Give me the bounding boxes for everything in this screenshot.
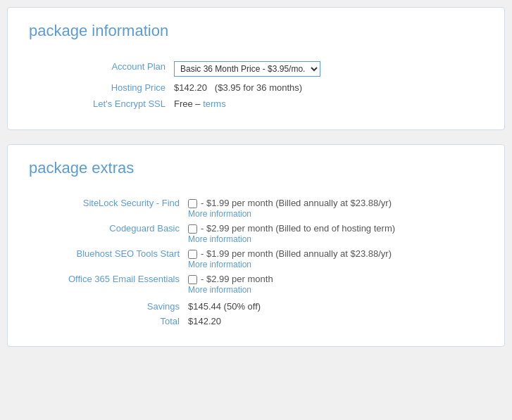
codeguard-label: Codeguard Basic: [29, 221, 184, 246]
ssl-row: Let's Encrypt SSL Free – terms: [29, 96, 483, 112]
account-plan-row: Account Plan Basic 36 Month Price - $3.9…: [29, 58, 483, 79]
sitelock-label: SiteLock Security - Find: [29, 196, 184, 221]
seo-tools-row: Bluehost SEO Tools Start - $1.99 per mon…: [29, 246, 483, 272]
ssl-free-word: Free: [174, 98, 193, 109]
savings-row: Savings $145.44 (50% off): [29, 297, 483, 314]
total-value: $142.20: [184, 314, 483, 329]
office365-checkbox[interactable]: [188, 275, 197, 284]
codeguard-checkbox[interactable]: [188, 224, 197, 234]
office365-value: - $2.99 per month More information: [184, 272, 483, 297]
seo-tools-checkbox[interactable]: [188, 250, 197, 259]
package-extras-card: package extras SiteLock Security - Find …: [7, 144, 505, 347]
seo-tools-more-info[interactable]: More information: [188, 260, 479, 269]
hosting-price-row: Hosting Price $142.20 ($3.95 for 36 mont…: [29, 79, 483, 96]
codeguard-checkbox-row: - $2.99 per month (Billed to end of host…: [188, 223, 479, 234]
seo-tools-value: - $1.99 per month (Billed annually at $2…: [184, 246, 483, 272]
sitelock-checkbox[interactable]: [188, 199, 197, 208]
total-row: Total $142.20: [29, 314, 483, 329]
account-plan-label: Account Plan: [29, 58, 170, 79]
savings-value: $145.44 (50% off): [184, 297, 483, 314]
sitelock-value: - $1.99 per month (Billed annually at $2…: [184, 196, 483, 221]
codeguard-more-info[interactable]: More information: [188, 234, 479, 244]
package-extras-table: SiteLock Security - Find - $1.99 per mon…: [29, 196, 483, 329]
ssl-value: Free – terms: [170, 96, 483, 112]
office365-label: Office 365 Email Essentials: [29, 272, 184, 297]
ssl-terms-link[interactable]: terms: [203, 98, 226, 109]
sitelock-checkbox-row: - $1.99 per month (Billed annually at $2…: [188, 198, 479, 208]
package-information-title: package information: [29, 22, 483, 46]
account-plan-select[interactable]: Basic 36 Month Price - $3.95/mo. Basic 1…: [174, 61, 320, 77]
ssl-dash: –: [193, 98, 203, 109]
package-information-table: Account Plan Basic 36 Month Price - $3.9…: [29, 58, 483, 112]
codeguard-row: Codeguard Basic - $2.99 per month (Bille…: [29, 221, 483, 246]
package-information-card: package information Account Plan Basic 3…: [7, 7, 505, 130]
seo-tools-label: Bluehost SEO Tools Start: [29, 246, 184, 272]
package-extras-title: package extras: [29, 159, 483, 183]
hosting-price-amount: $142.20: [174, 82, 207, 93]
sitelock-description: - $1.99 per month (Billed annually at $2…: [201, 198, 392, 208]
seo-tools-description: - $1.99 per month (Billed annually at $2…: [201, 248, 392, 259]
sitelock-more-info[interactable]: More information: [188, 209, 479, 219]
office365-row: Office 365 Email Essentials - $2.99 per …: [29, 272, 483, 297]
total-label: Total: [29, 314, 184, 329]
account-plan-value: Basic 36 Month Price - $3.95/mo. Basic 1…: [170, 58, 483, 79]
codeguard-value: - $2.99 per month (Billed to end of host…: [184, 221, 483, 246]
codeguard-description: - $2.99 per month (Billed to end of host…: [201, 223, 395, 234]
office365-more-info[interactable]: More information: [188, 285, 479, 295]
ssl-free-text: Free – terms: [174, 98, 226, 109]
seo-tools-checkbox-row: - $1.99 per month (Billed annually at $2…: [188, 248, 479, 259]
hosting-price-detail: ($3.95 for 36 months): [215, 82, 302, 93]
office365-checkbox-row: - $2.99 per month: [188, 274, 479, 284]
savings-label: Savings: [29, 297, 184, 314]
sitelock-row: SiteLock Security - Find - $1.99 per mon…: [29, 196, 483, 221]
hosting-price-label: Hosting Price: [29, 79, 170, 96]
hosting-price-value: $142.20 ($3.95 for 36 months): [170, 79, 483, 96]
ssl-label: Let's Encrypt SSL: [29, 96, 170, 112]
office365-description: - $2.99 per month: [201, 274, 273, 284]
